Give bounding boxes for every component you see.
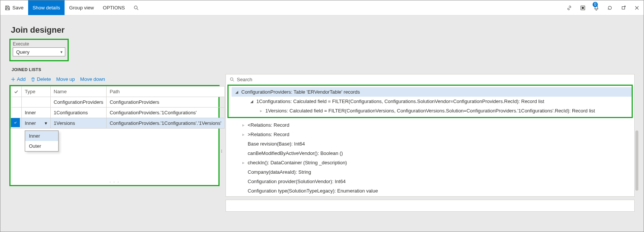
tree-search[interactable]: Search [226, 74, 634, 85]
move-down-label: Move down [80, 76, 105, 82]
col-name[interactable]: Name [51, 86, 107, 97]
tree-label: ConfigurationProviders: Table 'ERVendorT… [241, 89, 360, 95]
attach-icon-button[interactable] [563, 0, 576, 15]
office-icon [580, 5, 585, 11]
type-combo[interactable]: Inner ▾ [25, 120, 47, 126]
group-view-label: Group view [69, 5, 94, 11]
joined-lists-section-label: JOINED LISTS [0, 65, 644, 74]
tree-label: 1Versions: Calculated field = FILTER(Con… [265, 108, 595, 114]
row-type[interactable] [22, 97, 51, 108]
check-icon [14, 89, 18, 94]
refresh-icon [607, 5, 612, 11]
close-button[interactable] [630, 0, 644, 15]
expand-icon[interactable]: ▹ [241, 161, 245, 165]
row-check[interactable] [11, 118, 22, 129]
show-details-label: Show details [33, 5, 60, 11]
data-source-panel: ••• Search ◢ ConfigurationProviders: Tab… [226, 74, 635, 212]
splitter-handle[interactable]: ••• [221, 149, 222, 153]
tree-label: Configuration provider(SolutionVendor): … [248, 179, 346, 184]
panels: Add Delete Move up Move down [0, 74, 644, 212]
execute-combo[interactable]: Query ▾ [13, 47, 65, 56]
tree-label: checkIn(): DataContainer (String _descri… [248, 160, 347, 165]
tree-node[interactable]: ▹ 1Versions: Calculated field = FILTER(C… [232, 106, 632, 115]
tree-node[interactable]: ◢ 1Configurations: Calculated field = FI… [232, 97, 632, 106]
options-button[interactable]: OPTIONS [98, 0, 129, 15]
tree-children: ▹ <Relations: Record ▹ >Relations: Recor… [226, 120, 634, 196]
tree-node[interactable]: Configuration provider(SolutionVendor): … [226, 177, 634, 186]
svg-point-8 [230, 78, 233, 80]
tree-node[interactable]: Configuration type(SolutionTypeLegacy): … [226, 186, 634, 196]
execute-field-group: Execute Query ▾ [9, 39, 69, 61]
row-path[interactable]: ConfigurationProviders [107, 97, 225, 108]
collapse-icon[interactable]: ◢ [250, 99, 254, 103]
type-option-outer[interactable]: Outer [25, 141, 58, 151]
search-button[interactable] [129, 0, 143, 15]
tree-label: canBeModifiedByActiveVendor(): Boolean (… [248, 150, 343, 156]
scrollbar-thumb[interactable] [635, 130, 638, 191]
row-check[interactable] [11, 108, 22, 118]
group-view-button[interactable]: Group view [65, 0, 98, 15]
selected-check-icon [11, 118, 20, 127]
tree-label: <Relations: Record [248, 122, 289, 128]
popout-button[interactable] [617, 0, 630, 15]
row-path[interactable]: ConfigurationProviders.'1Configurations'… [107, 118, 225, 129]
col-path[interactable]: Path [107, 86, 225, 97]
joined-lists-panel: Add Delete Move up Move down [9, 74, 220, 186]
app-root: Save Show details Group view OPTIONS 0 [0, 0, 644, 232]
app-icon-button[interactable] [576, 0, 590, 15]
row-name[interactable]: 1Versions [51, 118, 107, 129]
tree-label: Base revision(Base): Int64 [248, 141, 305, 147]
check-header[interactable] [11, 86, 22, 97]
options-label: OPTIONS [103, 5, 125, 11]
table-row[interactable]: ConfigurationProviders ConfigurationProv… [11, 97, 225, 108]
tree-node[interactable]: canBeModifiedByActiveVendor(): Boolean (… [226, 149, 634, 158]
tree-node[interactable]: Company(dataAreaId): String [226, 167, 634, 177]
move-up-label: Move up [56, 76, 75, 82]
add-button[interactable]: Add [11, 76, 26, 82]
type-dropdown: Inner Outer [25, 130, 59, 152]
link-icon [567, 5, 572, 11]
trash-icon [31, 77, 35, 82]
tree-node[interactable]: ▹ >Relations: Record [226, 130, 634, 139]
row-check[interactable] [11, 97, 22, 108]
svg-line-9 [233, 80, 234, 81]
show-details-button[interactable]: Show details [28, 0, 65, 15]
tree-label: Configuration type(SolutionTypeLegacy): … [248, 188, 378, 194]
type-value: Inner [25, 120, 36, 126]
delete-label: Delete [37, 76, 51, 82]
refresh-button[interactable] [603, 0, 617, 15]
right-footer-bar [226, 200, 635, 212]
chevron-down-icon: ▾ [45, 120, 47, 126]
table-row[interactable]: Inner ▾ Inner Outer [11, 118, 225, 129]
tree-node[interactable]: ▹ <Relations: Record [226, 120, 634, 130]
tree-node[interactable]: ◢ ConfigurationProviders: Table 'ERVendo… [232, 87, 632, 97]
row-name[interactable]: 1Configurations [51, 108, 107, 118]
expand-icon[interactable]: ▹ [241, 132, 245, 136]
row-path[interactable]: ConfigurationProviders.'1Configurations' [107, 108, 225, 118]
expand-icon[interactable]: ▹ [241, 123, 245, 127]
save-label: Save [12, 5, 24, 11]
notifications-button[interactable]: 0 [590, 0, 603, 15]
tree-node[interactable]: Base revision(Base): Int64 [226, 139, 634, 149]
tree-label: Company(dataAreaId): String [248, 169, 311, 175]
move-up-button[interactable]: Move up [56, 76, 75, 82]
tree-highlighted: ◢ ConfigurationProviders: Table 'ERVendo… [227, 85, 633, 118]
search-placeholder: Search [237, 77, 252, 82]
row-type-cell[interactable]: Inner ▾ Inner Outer [22, 118, 51, 129]
expand-icon[interactable]: ▹ [259, 109, 263, 113]
grid-header-row: Type Name Path [11, 86, 225, 97]
close-icon [634, 5, 639, 11]
col-type[interactable]: Type [22, 86, 51, 97]
delete-button[interactable]: Delete [31, 76, 51, 82]
search-icon [134, 5, 139, 11]
row-type[interactable]: Inner [22, 108, 51, 118]
move-down-button[interactable]: Move down [80, 76, 105, 82]
tree-node[interactable]: ▹ checkIn(): DataContainer (String _desc… [226, 158, 634, 167]
row-name[interactable]: ConfigurationProviders [51, 97, 107, 108]
command-bar: Save Show details Group view OPTIONS 0 [0, 0, 644, 15]
save-button[interactable]: Save [0, 0, 28, 15]
collapse-icon[interactable]: ◢ [235, 90, 239, 94]
table-row[interactable]: Inner 1Configurations ConfigurationProvi… [11, 108, 225, 118]
svg-rect-3 [582, 7, 584, 9]
type-option-inner[interactable]: Inner [25, 131, 58, 141]
